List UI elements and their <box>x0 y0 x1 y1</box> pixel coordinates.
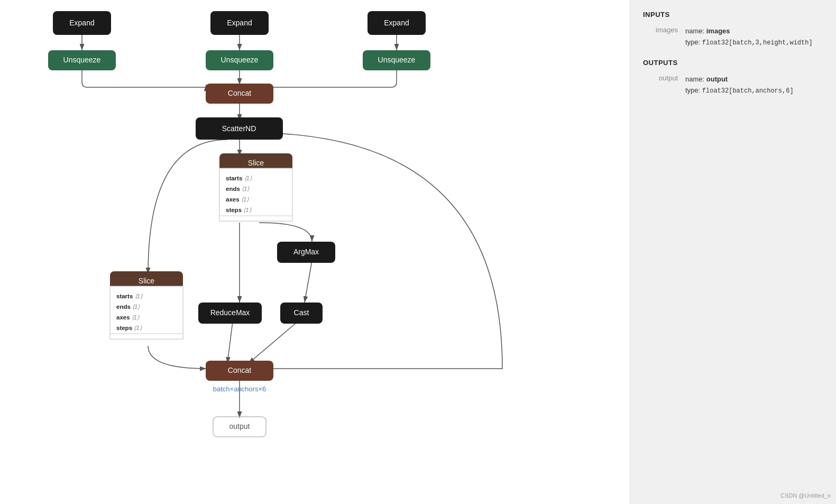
outputs-output-content: name: output type: float32[batch,anchors… <box>685 74 794 96</box>
svg-text:Unsqueeze: Unsqueeze <box>221 56 259 64</box>
graph-svg: Expand Expand Expand Unsqueeze Unsqueeze… <box>0 0 630 504</box>
batch-label: batch×anchors×6 <box>213 385 266 393</box>
reducemax-node[interactable]: ReduceMax <box>198 303 262 324</box>
svg-text:steps
         ⟨1⟩: steps ⟨1⟩ <box>116 325 142 331</box>
svg-rect-30 <box>110 334 183 339</box>
inputs-images-type-value: float32[batch,3,height,width] <box>702 39 813 47</box>
svg-text:Slice: Slice <box>248 159 264 167</box>
svg-rect-20 <box>219 216 292 221</box>
svg-text:Expand: Expand <box>69 19 94 27</box>
concat2-node[interactable]: Concat <box>206 361 273 381</box>
slice-left-node[interactable]: Slice starts ⟨1⟩ ends ⟨1⟩ axes ⟨1⟩ steps… <box>110 271 183 339</box>
argmax-node[interactable]: ArgMax <box>277 242 335 263</box>
svg-text:Concat: Concat <box>228 89 251 97</box>
outputs-output-row: output name: output type: float32[batch,… <box>643 74 823 96</box>
right-panel: INPUTS images name: images type: float32… <box>630 0 836 504</box>
graph-area[interactable]: Expand Expand Expand Unsqueeze Unsqueeze… <box>0 0 630 504</box>
svg-text:steps
         ⟨1⟩: steps ⟨1⟩ <box>226 207 252 213</box>
svg-text:Unsqueeze: Unsqueeze <box>63 56 101 64</box>
inputs-images-type: type: float32[batch,3,height,width] <box>685 37 813 48</box>
expand3-node[interactable]: Expand <box>368 11 426 35</box>
svg-text:starts
         ⟨1⟩: starts ⟨1⟩ <box>116 293 143 299</box>
unsqueeze2-node[interactable]: Unsqueeze <box>206 50 273 70</box>
slice-top-node[interactable]: Slice starts ⟨1⟩ ends ⟨1⟩ axes ⟨1⟩ steps… <box>219 153 292 221</box>
svg-text:Expand: Expand <box>227 19 252 27</box>
outputs-output-type-value: float32[batch,anchors,6] <box>702 87 794 95</box>
outputs-output-label: output <box>643 74 685 96</box>
svg-text:ends
         ⟨1⟩: ends ⟨1⟩ <box>116 304 140 310</box>
expand1-node[interactable]: Expand <box>53 11 111 35</box>
watermark: CSDN @Untitled_n <box>780 492 831 499</box>
svg-text:starts
         ⟨1⟩: starts ⟨1⟩ <box>226 175 252 181</box>
outputs-output-type: type: float32[batch,anchors,6] <box>685 85 794 96</box>
svg-text:axes
         ⟨1⟩: axes ⟨1⟩ <box>226 196 249 203</box>
expand2-node[interactable]: Expand <box>210 11 269 35</box>
inputs-images-label: images <box>643 26 685 48</box>
inputs-images-content: name: images type: float32[batch,3,heigh… <box>685 26 813 48</box>
svg-text:axes
         ⟨1⟩: axes ⟨1⟩ <box>116 314 140 320</box>
svg-text:Concat: Concat <box>228 366 251 374</box>
svg-text:ReduceMax: ReduceMax <box>210 308 250 317</box>
outputs-output-name: name: output <box>685 74 794 85</box>
svg-text:ArgMax: ArgMax <box>293 248 319 256</box>
inputs-title: INPUTS <box>643 11 823 19</box>
concat1-node[interactable]: Concat <box>206 84 273 104</box>
cast-node[interactable]: Cast <box>280 303 323 324</box>
outputs-output-name-value: output <box>706 75 728 83</box>
svg-text:Expand: Expand <box>384 19 409 27</box>
svg-text:ends
         ⟨1⟩: ends ⟨1⟩ <box>226 186 250 192</box>
svg-text:Unsqueeze: Unsqueeze <box>378 56 416 64</box>
inputs-images-name-value: images <box>706 27 730 35</box>
outputs-section: OUTPUTS output name: output type: float3… <box>643 59 823 96</box>
unsqueeze3-node[interactable]: Unsqueeze <box>363 50 430 70</box>
inputs-images-name: name: images <box>685 26 813 37</box>
output-node[interactable]: output <box>213 417 266 437</box>
scatternd-node[interactable]: ScatterND <box>196 117 283 140</box>
outputs-title: OUTPUTS <box>643 59 823 67</box>
svg-text:Slice: Slice <box>139 277 155 285</box>
svg-text:output: output <box>229 422 250 430</box>
svg-text:ScatterND: ScatterND <box>222 124 256 133</box>
inputs-images-row: images name: images type: float32[batch,… <box>643 26 823 48</box>
svg-text:Cast: Cast <box>294 308 309 317</box>
unsqueeze1-node[interactable]: Unsqueeze <box>48 50 116 70</box>
